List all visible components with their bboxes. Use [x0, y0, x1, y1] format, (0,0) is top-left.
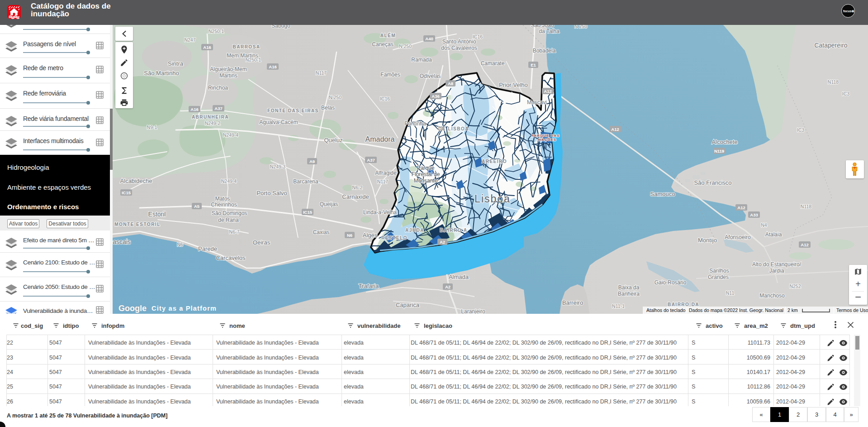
svg-text:Oeiras: Oeiras	[253, 239, 270, 246]
svg-text:N6: N6	[347, 233, 352, 238]
svg-text:A12: A12	[737, 205, 745, 210]
svg-text:Caxias: Caxias	[313, 229, 330, 235]
svg-text:Sintra: Sintra	[168, 60, 184, 67]
svg-text:Sabugo: Sabugo	[271, 25, 290, 29]
svg-text:Jardia: Jardia	[769, 268, 784, 274]
svg-text:Carcavelos: Carcavelos	[216, 254, 246, 261]
svg-text:IC3: IC3	[842, 91, 850, 96]
svg-text:Parque: Parque	[417, 165, 435, 171]
svg-text:Baixa da: Baixa da	[618, 284, 640, 291]
svg-text:Amadora: Amadora	[365, 135, 395, 143]
svg-text:Barreiro: Barreiro	[562, 299, 583, 306]
svg-text:IC3: IC3	[797, 127, 805, 133]
svg-text:N9-1: N9-1	[147, 125, 157, 130]
svg-text:PARQUE DAS: PARQUE DAS	[531, 134, 560, 138]
svg-text:Caparica: Caparica	[396, 302, 420, 308]
svg-text:Moscavi: Moscavi	[527, 99, 547, 106]
svg-text:Ramada: Ramada	[411, 57, 432, 63]
svg-text:A16: A16	[190, 107, 198, 112]
svg-text:Banheira: Banheira	[618, 291, 640, 297]
svg-text:Alcabideche: Alcabideche	[120, 178, 152, 184]
svg-text:IC16: IC16	[473, 34, 483, 39]
svg-text:FONTE DAS EIRAS: FONTE DAS EIRAS	[267, 108, 319, 113]
svg-text:Matos: Matos	[215, 196, 230, 202]
svg-text:N11-1: N11-1	[612, 303, 625, 309]
svg-text:N 250: N 250	[329, 95, 342, 100]
svg-text:Alto do Estanqueiro/: Alto do Estanqueiro/	[752, 261, 802, 268]
svg-text:A9: A9	[309, 159, 315, 164]
svg-text:BARROSA: BARROSA	[232, 44, 260, 49]
svg-text:Cheirinhos: Cheirinhos	[211, 202, 237, 208]
svg-text:A40: A40	[425, 36, 433, 41]
svg-text:BAIRRO DA: BAIRRO DA	[668, 302, 699, 307]
svg-text:N11: N11	[726, 290, 735, 296]
svg-text:Caneças: Caneças	[372, 41, 393, 48]
svg-text:Queijas: Queijas	[320, 201, 338, 207]
svg-text:IC15: IC15	[122, 190, 131, 195]
svg-text:Catapereiro: Catapereiro	[814, 42, 847, 49]
svg-text:São Domingos: São Domingos	[212, 210, 247, 216]
svg-text:Algés: Algés	[363, 232, 378, 239]
svg-text:A5: A5	[194, 204, 200, 209]
svg-text:de Rana: de Rana	[218, 217, 239, 223]
svg-text:N 250: N 250	[574, 25, 587, 29]
svg-text:AJUDA: AJUDA	[405, 228, 424, 233]
svg-text:da Talha: da Talha	[539, 28, 559, 34]
svg-text:ABRUNHEIRA: ABRUNHEIRA	[192, 115, 229, 120]
svg-text:N249-4: N249-4	[221, 178, 237, 184]
svg-text:Belas: Belas	[321, 105, 335, 111]
svg-text:Barcarena: Barcarena	[293, 178, 318, 185]
svg-text:dos Cavaleiros: dos Cavaleiros	[441, 45, 477, 51]
svg-text:Monsanto: Monsanto	[414, 178, 438, 184]
svg-text:Famões: Famões	[380, 72, 400, 78]
svg-text:N249-4: N249-4	[223, 132, 239, 138]
svg-text:Algueirão-Mem: Algueirão-Mem	[210, 66, 247, 72]
svg-text:N249-3: N249-3	[270, 164, 286, 169]
svg-text:Samouco: Samouco	[650, 191, 675, 197]
svg-text:Almada: Almada	[449, 273, 469, 280]
svg-text:City as a Platform: City as a Platform	[152, 305, 217, 312]
svg-text:N118: N118	[828, 79, 839, 85]
svg-text:Manchoso: Manchoso	[759, 293, 785, 299]
svg-text:A2: A2	[440, 240, 445, 245]
svg-text:AREEIRO: AREEIRO	[482, 159, 507, 164]
svg-text:Trafaria: Trafaria	[359, 283, 379, 289]
svg-text:Grandes: Grandes	[708, 274, 729, 280]
svg-text:A16: A16	[203, 45, 211, 50]
svg-text:N250-1: N250-1	[209, 29, 224, 34]
svg-text:Alcochete: Alcochete	[711, 139, 737, 145]
svg-text:E1: E1	[531, 62, 536, 67]
svg-text:A12: A12	[544, 89, 551, 94]
svg-text:Laranjeiro: Laranjeiro	[461, 308, 485, 314]
svg-text:São João: São João	[531, 25, 554, 29]
svg-text:Porto Salvo: Porto Salvo	[256, 190, 287, 197]
svg-text:A12: A12	[611, 127, 619, 132]
svg-text:A37: A37	[367, 158, 375, 163]
svg-text:Carnaxide: Carnaxide	[342, 193, 369, 200]
svg-text:Atalaia: Atalaia	[765, 231, 782, 238]
svg-text:N247: N247	[184, 37, 195, 43]
svg-text:Queluz: Queluz	[324, 137, 342, 144]
svg-text:Pontinha: Pontinha	[404, 120, 426, 127]
svg-text:N119: N119	[714, 149, 724, 154]
svg-text:A12: A12	[801, 242, 808, 247]
svg-text:Florestal de: Florestal de	[412, 171, 440, 178]
svg-text:São Francisco: São Francisco	[694, 179, 731, 186]
svg-text:MONTE ESTORIL: MONTE ESTORIL	[114, 222, 161, 227]
svg-text:Alfragide: Alfragide	[375, 170, 397, 176]
svg-text:Sarilhos: Sarilhos	[709, 268, 729, 274]
svg-text:Camarate: Camarate	[481, 60, 505, 67]
svg-text:BAIRRO A: BAIRRO A	[440, 228, 467, 233]
svg-text:NAÇÕES: NAÇÕES	[538, 138, 556, 142]
svg-text:Santo António: Santo António	[442, 38, 476, 45]
svg-text:N250-1: N250-1	[246, 57, 261, 62]
svg-text:RESTELO: RESTELO	[381, 235, 408, 240]
svg-text:N6-2: N6-2	[352, 185, 363, 190]
svg-text:A36: A36	[432, 94, 439, 99]
svg-text:Lisboa: Lisboa	[474, 193, 511, 205]
svg-text:A16: A16	[269, 64, 276, 69]
svg-text:IC16: IC16	[380, 96, 390, 101]
svg-text:São Martinho: São Martinho	[144, 70, 179, 77]
svg-text:A8: A8	[448, 81, 453, 86]
svg-text:Estoril: Estoril	[148, 211, 166, 218]
